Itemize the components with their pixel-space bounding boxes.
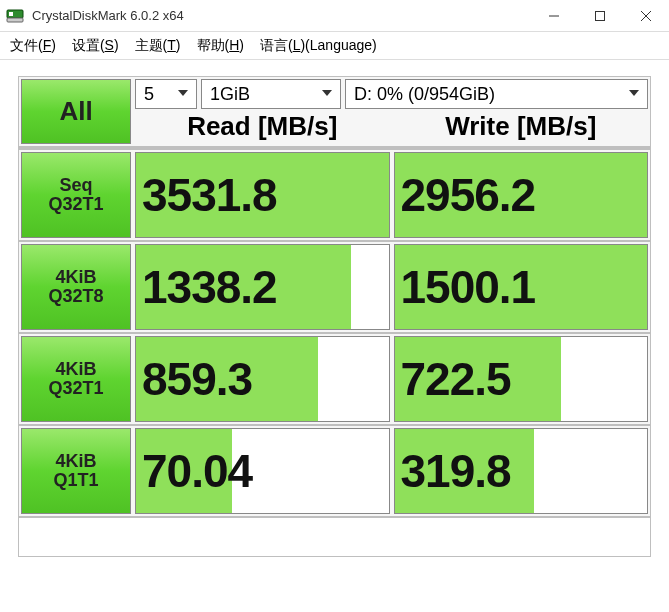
read-value: 70.04 (142, 444, 252, 498)
result-row: 4KiB Q32T8 1338.2 1500.1 (19, 240, 650, 332)
menu-settings[interactable]: 设置(S) (66, 35, 125, 57)
menu-file[interactable]: 文件(F) (4, 35, 62, 57)
result-row: 4KiB Q1T1 70.04 319.8 (19, 424, 650, 516)
write-result: 319.8 (394, 428, 649, 514)
window-title: CrystalDiskMark 6.0.2 x64 (32, 8, 531, 23)
maximize-button[interactable] (577, 0, 623, 32)
test-label-line1: Seq (59, 176, 92, 195)
read-value: 3531.8 (142, 168, 277, 222)
svg-rect-4 (596, 11, 605, 20)
test-count-select[interactable]: 5 (135, 79, 197, 109)
header-row: All 5 1GiB D: 0% (0/954GiB) (19, 77, 650, 148)
run-all-label: All (59, 96, 92, 127)
svg-rect-1 (7, 18, 23, 22)
test-label-line2: Q32T8 (48, 287, 103, 306)
chevron-down-icon (320, 84, 334, 105)
write-result: 2956.2 (394, 152, 649, 238)
run-test-button[interactable]: 4KiB Q1T1 (21, 428, 131, 514)
drive-value: D: 0% (0/954GiB) (354, 84, 495, 105)
test-label-line2: Q1T1 (53, 471, 98, 490)
chevron-down-icon (176, 84, 190, 105)
close-button[interactable] (623, 0, 669, 32)
test-label-line1: 4KiB (55, 452, 96, 471)
selects-row: 5 1GiB D: 0% (0/954GiB) (133, 77, 650, 109)
write-value: 1500.1 (401, 260, 536, 314)
chevron-down-icon (627, 84, 641, 105)
run-test-button[interactable]: Seq Q32T1 (21, 152, 131, 238)
minimize-button[interactable] (531, 0, 577, 32)
app-icon (6, 7, 24, 25)
read-header: Read [MB/s] (133, 111, 392, 142)
results-grid: Seq Q32T1 3531.8 2956.2 4KiB Q32T8 1338.… (19, 148, 650, 516)
test-size-select[interactable]: 1GiB (201, 79, 341, 109)
menu-language[interactable]: 语言(L)(Language) (254, 35, 383, 57)
test-label-line1: 4KiB (55, 268, 96, 287)
result-row: 4KiB Q32T1 859.3 722.5 (19, 332, 650, 424)
result-row: Seq Q32T1 3531.8 2956.2 (19, 148, 650, 240)
test-count-value: 5 (144, 84, 154, 105)
test-label-line2: Q32T1 (48, 195, 103, 214)
titlebar: CrystalDiskMark 6.0.2 x64 (0, 0, 669, 32)
client-area: All 5 1GiB D: 0% (0/954GiB) (0, 60, 669, 567)
read-result: 3531.8 (135, 152, 390, 238)
status-bar (19, 516, 650, 556)
read-value: 1338.2 (142, 260, 277, 314)
write-value: 319.8 (401, 444, 511, 498)
test-label-line2: Q32T1 (48, 379, 103, 398)
controls-area: 5 1GiB D: 0% (0/954GiB) Read [MB/s] Writ… (133, 77, 650, 146)
run-test-button[interactable]: 4KiB Q32T1 (21, 336, 131, 422)
read-result: 1338.2 (135, 244, 390, 330)
svg-rect-2 (9, 12, 13, 16)
benchmark-panel: All 5 1GiB D: 0% (0/954GiB) (18, 76, 651, 557)
write-header: Write [MB/s] (392, 111, 651, 142)
run-test-button[interactable]: 4KiB Q32T8 (21, 244, 131, 330)
read-value: 859.3 (142, 352, 252, 406)
test-label-line1: 4KiB (55, 360, 96, 379)
run-all-button[interactable]: All (21, 79, 131, 144)
test-size-value: 1GiB (210, 84, 250, 105)
menu-theme[interactable]: 主题(T) (129, 35, 187, 57)
menu-help[interactable]: 帮助(H) (191, 35, 250, 57)
write-value: 722.5 (401, 352, 511, 406)
read-result: 70.04 (135, 428, 390, 514)
write-result: 1500.1 (394, 244, 649, 330)
read-result: 859.3 (135, 336, 390, 422)
menubar: 文件(F) 设置(S) 主题(T) 帮助(H) 语言(L)(Language) (0, 32, 669, 60)
drive-select[interactable]: D: 0% (0/954GiB) (345, 79, 648, 109)
write-value: 2956.2 (401, 168, 536, 222)
write-result: 722.5 (394, 336, 649, 422)
column-headers: Read [MB/s] Write [MB/s] (133, 109, 650, 146)
